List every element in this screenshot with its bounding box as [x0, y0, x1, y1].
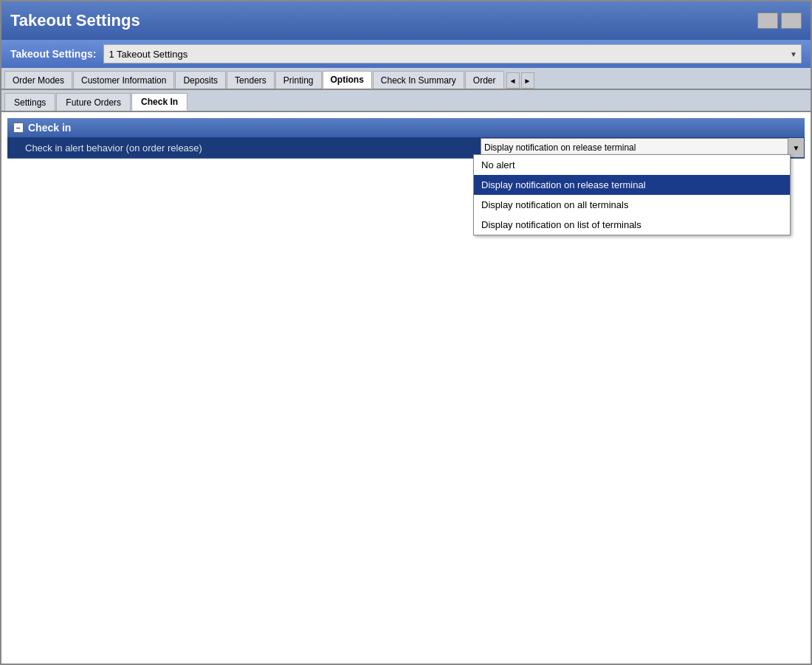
subtab-check-in[interactable]: Check In [131, 93, 187, 111]
check-in-section: − Check in Check in alert behavior (on o… [7, 118, 805, 159]
takeout-settings-dropdown[interactable]: 1 Takeout Settings [103, 44, 802, 63]
subtab-settings[interactable]: Settings [4, 93, 55, 111]
tab-order[interactable]: Order [465, 71, 504, 89]
settings-bar: Takeout Settings: 1 Takeout Settings ▼ [1, 40, 811, 68]
tab-nav-right-button[interactable]: ► [521, 72, 534, 89]
maximize-button[interactable] [781, 13, 802, 29]
tab-options[interactable]: Options [323, 71, 372, 89]
tab-order-modes[interactable]: Order Modes [4, 71, 72, 89]
option-display-list[interactable]: Display notification on list of terminal… [474, 215, 790, 235]
option-no-alert[interactable]: No alert [474, 155, 790, 175]
subtab-future-orders[interactable]: Future Orders [56, 93, 131, 111]
option-display-all[interactable]: Display notification on all terminals [474, 195, 790, 215]
tab-tenders[interactable]: Tenders [227, 71, 275, 89]
takeout-settings-dropdown-wrapper: 1 Takeout Settings ▼ [103, 44, 802, 63]
content-area: − Check in Check in alert behavior (on o… [1, 112, 811, 664]
collapse-button[interactable]: − [13, 123, 24, 133]
tab-printing[interactable]: Printing [275, 71, 322, 89]
sub-tabs-bar: Settings Future Orders Check In [1, 90, 811, 112]
section-title: Check in [28, 122, 71, 134]
section-header: − Check in [7, 118, 805, 137]
tab-customer-information[interactable]: Customer Information [73, 71, 174, 89]
tab-check-in-summary[interactable]: Check In Summary [373, 71, 464, 89]
dropdown-popup: No alert Display notification on release… [473, 154, 791, 235]
minimize-button[interactable] [757, 13, 778, 29]
main-tabs-bar: Order Modes Customer Information Deposit… [1, 68, 811, 90]
option-display-release[interactable]: Display notification on release terminal [474, 175, 790, 195]
property-label: Check in alert behavior (on order releas… [7, 137, 480, 158]
tab-deposits[interactable]: Deposits [175, 71, 226, 89]
tab-nav-left-button[interactable]: ◄ [506, 72, 520, 89]
window-controls [757, 13, 802, 29]
window-title: Takeout Settings [10, 11, 140, 30]
settings-bar-label: Takeout Settings: [10, 48, 96, 60]
title-bar: Takeout Settings [1, 1, 811, 40]
